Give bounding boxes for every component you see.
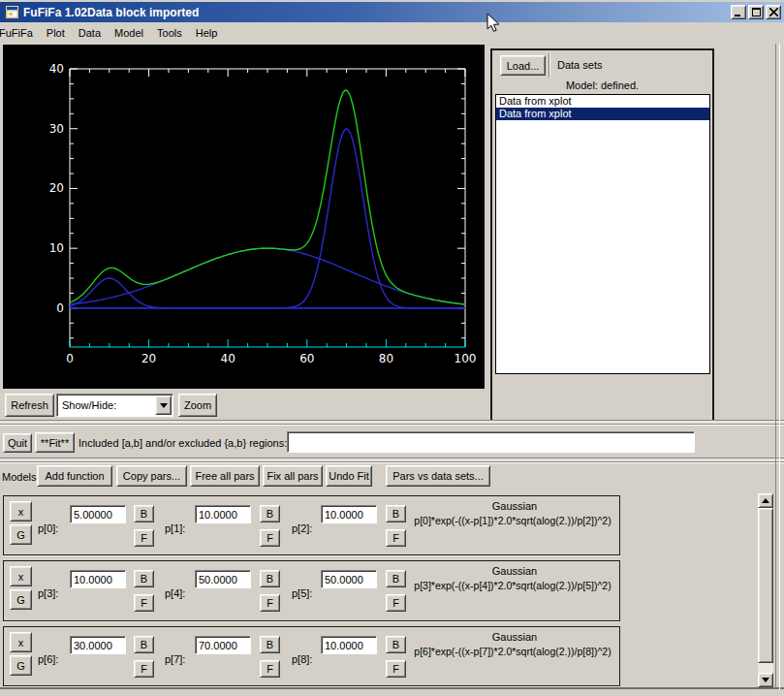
param-value-input[interactable] xyxy=(195,636,251,654)
fix-all-pars-button[interactable]: Fix all pars xyxy=(263,465,323,487)
arrow-down-icon xyxy=(762,678,769,682)
right-border xyxy=(775,44,776,689)
param-label: p[4]: xyxy=(165,587,185,599)
function-formula: p[3]*exp(-((x-p[4])*2.0*sqrt(alog(2.))/p… xyxy=(405,580,620,591)
chevron-down-icon xyxy=(160,403,168,408)
function-type-title: Gaussian xyxy=(411,631,618,643)
scroll-up-button[interactable] xyxy=(758,493,773,508)
bottom-border xyxy=(0,687,784,689)
list-item[interactable]: Data from xplot xyxy=(496,95,709,108)
maximize-icon xyxy=(752,8,761,16)
menu-tools[interactable]: Tools xyxy=(150,24,189,42)
title-bar[interactable]: FuFiFa 1.02Data block imported xyxy=(0,2,784,22)
zoom-button[interactable]: Zoom xyxy=(178,394,217,417)
free-all-pars-button[interactable]: Free all pars xyxy=(190,465,260,487)
param-value-input[interactable] xyxy=(70,505,126,523)
bound-param-button[interactable]: B xyxy=(386,505,406,522)
maximize-button[interactable] xyxy=(748,5,764,19)
param-label: p[0]: xyxy=(38,522,58,534)
fix-param-button[interactable]: F xyxy=(134,660,154,678)
list-item-selected[interactable]: Data from xplot xyxy=(496,108,709,120)
menu-help[interactable]: Help xyxy=(189,24,225,42)
fix-param-button[interactable]: F xyxy=(134,529,154,547)
function-type-button[interactable]: G xyxy=(10,589,32,610)
delete-function-button[interactable]: x xyxy=(10,501,32,522)
plot-canvas: 020406080100010203040 xyxy=(3,45,485,389)
function-type-button[interactable]: G xyxy=(10,524,32,545)
refresh-button[interactable]: Refresh xyxy=(5,394,54,417)
models-scrollbar[interactable] xyxy=(758,493,773,687)
bound-param-button[interactable]: B xyxy=(134,636,154,653)
datasets-panel: Load... Data sets Model: defined. Data f… xyxy=(490,48,714,422)
svg-text:40: 40 xyxy=(49,62,64,76)
app-icon xyxy=(5,5,19,19)
fix-param-button[interactable]: F xyxy=(260,529,280,547)
param-label: p[8]: xyxy=(292,653,312,665)
combobox-dropdown-button[interactable] xyxy=(155,395,172,415)
quit-button[interactable]: Quit xyxy=(3,433,32,453)
function-type-title: Gaussian xyxy=(411,500,618,512)
param-value-input[interactable] xyxy=(195,505,251,523)
menu-fufifa[interactable]: FuFiFa xyxy=(0,24,40,42)
scroll-down-button[interactable] xyxy=(758,673,773,687)
param-value-input[interactable] xyxy=(195,570,251,588)
pars-vs-datasets-button[interactable]: Pars vs data sets... xyxy=(386,465,490,487)
menu-data[interactable]: Data xyxy=(72,24,108,42)
function-row-3: x G p[6]: B F p[7]: B F p[8]: B F Gaussi… xyxy=(3,626,620,686)
regions-input[interactable] xyxy=(287,431,695,453)
svg-text:0: 0 xyxy=(66,352,74,365)
minimize-button[interactable] xyxy=(731,5,746,19)
fix-param-button[interactable]: F xyxy=(134,594,154,612)
function-row-1: x G p[0]: B F p[1]: B F p[2]: B F Gaussi… xyxy=(3,495,620,555)
arrow-up-icon xyxy=(762,498,769,503)
bound-param-button[interactable]: B xyxy=(386,636,406,653)
param-value-input[interactable] xyxy=(70,570,126,588)
close-button[interactable] xyxy=(766,5,781,19)
function-type-title: Gaussian xyxy=(411,565,618,577)
param-value-input[interactable] xyxy=(70,636,126,654)
param-label: p[7]: xyxy=(165,653,185,665)
menu-model[interactable]: Model xyxy=(108,24,150,42)
param-value-input[interactable] xyxy=(321,570,377,588)
bound-param-button[interactable]: B xyxy=(260,570,280,587)
separator xyxy=(0,458,784,462)
panel-separator xyxy=(549,53,550,78)
close-icon xyxy=(769,8,778,16)
scrollbar-thumb[interactable] xyxy=(758,508,773,663)
datasets-title: Data sets xyxy=(557,59,602,71)
param-label: p[6]: xyxy=(38,653,58,665)
fix-param-button[interactable]: F xyxy=(260,594,280,612)
app-window: FuFiFa 1.02Data block imported FuFiFa Pl… xyxy=(0,0,784,696)
svg-text:80: 80 xyxy=(379,352,393,365)
load-button[interactable]: Load... xyxy=(500,55,546,76)
param-label: p[3]: xyxy=(38,587,58,599)
param-value-input[interactable] xyxy=(321,505,377,523)
svg-text:40: 40 xyxy=(221,352,235,365)
bound-param-button[interactable]: B xyxy=(260,505,280,522)
undo-fit-button[interactable]: Undo Fit xyxy=(326,465,372,487)
bound-param-button[interactable]: B xyxy=(260,636,280,653)
mouse-cursor xyxy=(486,13,501,34)
bound-param-button[interactable]: B xyxy=(134,505,154,522)
fix-param-button[interactable]: F xyxy=(260,660,280,678)
menu-plot[interactable]: Plot xyxy=(40,24,72,42)
add-function-button[interactable]: Add function xyxy=(37,465,112,487)
param-label: p[2]: xyxy=(292,522,312,534)
function-formula: p[6]*exp(-((x-p[7])*2.0*sqrt(alog(2.))/p… xyxy=(405,646,620,657)
svg-text:10: 10 xyxy=(49,241,64,255)
fit-button[interactable]: **Fit** xyxy=(35,432,75,453)
plot-area: 020406080100010203040 xyxy=(3,45,485,389)
svg-text:20: 20 xyxy=(141,352,156,365)
fix-param-button[interactable]: F xyxy=(386,660,406,678)
delete-function-button[interactable]: x xyxy=(10,566,32,586)
bound-param-button[interactable]: B xyxy=(134,570,154,587)
fix-param-button[interactable]: F xyxy=(386,529,406,547)
param-value-input[interactable] xyxy=(321,636,377,654)
delete-function-button[interactable]: x xyxy=(10,632,32,652)
show-hide-combobox[interactable]: Show/Hide: xyxy=(56,394,173,417)
fix-param-button[interactable]: F xyxy=(386,594,406,612)
function-type-button[interactable]: G xyxy=(10,655,32,676)
copy-pars-button[interactable]: Copy pars... xyxy=(116,465,187,487)
bound-param-button[interactable]: B xyxy=(386,570,406,587)
model-status: Model: defined. xyxy=(492,79,712,91)
